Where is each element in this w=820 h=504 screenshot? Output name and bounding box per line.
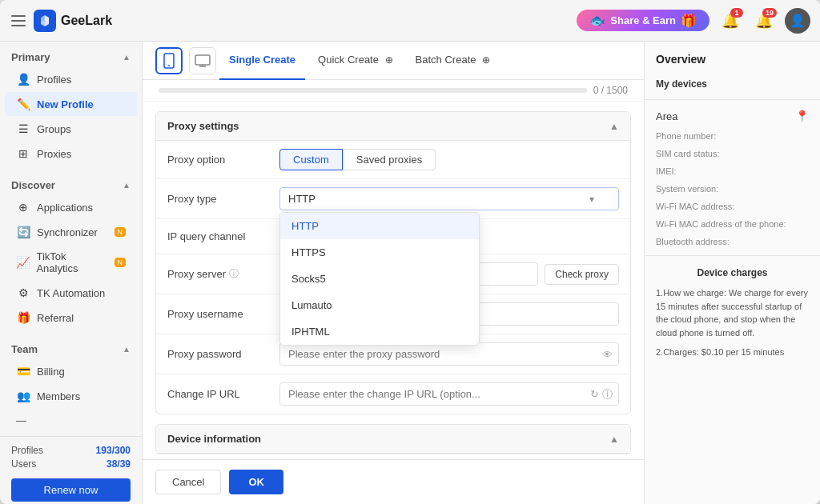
wifi-mac-row: Wi-Fi MAC address: bbox=[645, 198, 820, 215]
notification-bell1-button[interactable]: 🔔 1 bbox=[718, 8, 743, 34]
cancel-button[interactable]: Cancel bbox=[155, 470, 221, 494]
discover-label: Discover bbox=[11, 179, 55, 191]
dropdown-item-https[interactable]: HTTPS bbox=[280, 239, 479, 266]
sidebar-item-groups[interactable]: ☰ Groups bbox=[5, 117, 137, 141]
phone-number-row: Phone number: bbox=[645, 127, 820, 145]
sidebar-item-proxies[interactable]: ⊞ Proxies bbox=[5, 142, 137, 166]
title-bar-right: 🐟 Share & Earn 🎁 🔔 1 🔔 19 👤 bbox=[577, 8, 810, 34]
right-divider2 bbox=[645, 255, 820, 256]
batch-create-icon: ⊕ bbox=[482, 54, 490, 66]
sidebar-item-tk-automation[interactable]: ⚙ TK Automation bbox=[5, 281, 137, 305]
progress-text: 0 / 1500 bbox=[593, 85, 628, 96]
proxy-settings-section: Proxy settings ▲ Proxy option Custom bbox=[155, 111, 631, 414]
refresh-icon[interactable]: ↻ bbox=[590, 388, 599, 400]
title-bar: GeeLark 🐟 Share & Earn 🎁 🔔 1 🔔 19 👤 bbox=[0, 0, 820, 42]
progress-bar bbox=[159, 88, 587, 93]
form-footer: Cancel OK bbox=[143, 459, 644, 504]
wifi-mac-phone-label: Wi-Fi MAC address of the phone: bbox=[656, 219, 786, 229]
proxy-type-dropdown[interactable]: HTTP ▾ bbox=[279, 187, 619, 210]
change-ip-url-label: Change IP URL bbox=[167, 388, 279, 400]
sidebar-item-referral[interactable]: 🎁 Referral bbox=[5, 306, 137, 330]
change-ip-info-icon[interactable]: ⓘ bbox=[602, 387, 613, 402]
device-area-row: Area 📍 bbox=[645, 105, 820, 127]
desktop-device-tab[interactable] bbox=[189, 47, 216, 74]
ok-button[interactable]: OK bbox=[229, 470, 283, 494]
proxy-option-label: Proxy option bbox=[167, 154, 279, 166]
tab-quick-create[interactable]: Quick Create ⊕ bbox=[308, 42, 403, 80]
sidebar-item-tiktok-analytics[interactable]: 📈 TikTok Analytics N bbox=[5, 245, 137, 280]
dropdown-item-socks5[interactable]: Socks5 bbox=[280, 266, 479, 292]
proxies-icon: ⊞ bbox=[16, 147, 30, 160]
user-avatar-button[interactable]: 👤 bbox=[785, 8, 810, 34]
primary-chevron-icon: ▲ bbox=[123, 53, 131, 62]
share-earn-banner[interactable]: 🐟 Share & Earn 🎁 bbox=[577, 10, 709, 31]
proxy-server-label: Proxy server ⓘ bbox=[167, 267, 279, 281]
location-icon: 📍 bbox=[795, 110, 809, 122]
dropdown-item-http[interactable]: HTTP bbox=[280, 213, 479, 239]
change-ip-url-icons: ↻ ⓘ bbox=[590, 387, 613, 402]
proxy-settings-chevron-icon: ▲ bbox=[609, 121, 619, 132]
password-toggle-icon[interactable]: 👁 bbox=[602, 348, 613, 360]
sidebar-item-billing[interactable]: 💳 Billing bbox=[5, 359, 137, 383]
tk-automation-icon: ⚙ bbox=[16, 286, 30, 299]
referral-icon: 🎁 bbox=[16, 311, 30, 324]
notification-badge2: 19 bbox=[762, 8, 777, 18]
tab-single-create[interactable]: Single Create bbox=[219, 42, 305, 80]
synchronizer-new-badge: N bbox=[115, 227, 127, 237]
sidebar-item-billing-label: Billing bbox=[37, 366, 65, 378]
sidebar-item-referral-label: Referral bbox=[37, 312, 74, 324]
sidebar-item-new-profile[interactable]: ✏️ New Profile bbox=[5, 92, 137, 116]
sidebar-item-synchronizer[interactable]: 🔄 Synchronizer N bbox=[5, 220, 137, 244]
phone-number-label: Phone number: bbox=[656, 131, 716, 141]
primary-section-header[interactable]: Primary ▲ bbox=[0, 45, 142, 66]
check-proxy-button[interactable]: Check proxy bbox=[545, 264, 619, 285]
proxy-server-info-icon[interactable]: ⓘ bbox=[229, 267, 239, 281]
proxy-option-row: Proxy option Custom Saved proxies bbox=[156, 141, 630, 179]
sidebar-item-profiles[interactable]: 👤 Profiles bbox=[5, 67, 137, 91]
logo-area: GeeLark bbox=[34, 10, 112, 32]
sidebar-toggle-icon[interactable] bbox=[10, 12, 27, 30]
device-info-header[interactable]: Device information ▲ bbox=[156, 425, 630, 454]
sidebar-item-applications[interactable]: ⊕ Applications bbox=[5, 195, 137, 219]
sim-card-label: SIM card status: bbox=[656, 149, 719, 158]
custom-proxy-button[interactable]: Custom bbox=[279, 149, 343, 170]
right-divider1 bbox=[645, 99, 820, 100]
proxy-settings-header[interactable]: Proxy settings ▲ bbox=[156, 112, 630, 141]
team-chevron-icon: ▲ bbox=[123, 345, 131, 354]
sidebar-item-members[interactable]: 👥 Members bbox=[5, 384, 137, 408]
dropdown-item-iphtml[interactable]: IPHTML bbox=[280, 318, 479, 345]
change-ip-url-input[interactable] bbox=[279, 382, 619, 406]
my-devices-title: My devices bbox=[645, 72, 820, 94]
applications-icon: ⊕ bbox=[16, 201, 30, 214]
logo-icon bbox=[34, 10, 56, 32]
dropdown-item-lumauto[interactable]: Lumauto bbox=[280, 292, 479, 318]
new-profile-icon: ✏️ bbox=[16, 98, 30, 110]
tab-batch-create[interactable]: Batch Create ⊕ bbox=[406, 42, 500, 80]
sidebar-item-groups-label: Groups bbox=[37, 123, 71, 135]
discover-chevron-icon: ▲ bbox=[123, 181, 131, 190]
svg-rect-5 bbox=[195, 55, 210, 65]
svg-rect-2 bbox=[11, 25, 26, 26]
ip-query-label: IP query channel bbox=[167, 230, 279, 242]
members-icon: 👥 bbox=[16, 390, 30, 402]
discover-section-header[interactable]: Discover ▲ bbox=[0, 173, 142, 194]
proxy-type-row: Proxy type HTTP ▾ HTTP HTTPS bbox=[156, 179, 630, 219]
mobile-device-tab[interactable] bbox=[155, 47, 183, 74]
svg-point-4 bbox=[168, 65, 170, 66]
form-content: Proxy settings ▲ Proxy option Custom bbox=[143, 102, 644, 459]
proxy-option-group: Custom Saved proxies bbox=[279, 149, 619, 170]
sidebar-item-profiles-label: Profiles bbox=[37, 74, 71, 86]
svg-rect-0 bbox=[11, 15, 26, 17]
device-charges-text1: 1.How we charge: We charge for every 15 … bbox=[645, 283, 820, 342]
imei-row: IMEI: bbox=[645, 162, 820, 180]
proxy-type-dropdown-list: HTTP HTTPS Socks5 Lumauto IPHTML bbox=[279, 212, 480, 346]
notification-bell2-button[interactable]: 🔔 19 bbox=[751, 8, 777, 34]
share-earn-text: Share & Earn bbox=[610, 14, 676, 26]
renew-button[interactable]: Renew now bbox=[11, 478, 131, 502]
sidebar-item-members-label: Members bbox=[37, 390, 80, 402]
sidebar-item-new-profile-label: New Profile bbox=[37, 98, 94, 110]
proxy-password-input[interactable] bbox=[279, 342, 619, 366]
team-section-header[interactable]: Team ▲ bbox=[0, 337, 142, 358]
saved-proxies-button[interactable]: Saved proxies bbox=[343, 149, 436, 170]
dash-label: — bbox=[16, 414, 26, 426]
